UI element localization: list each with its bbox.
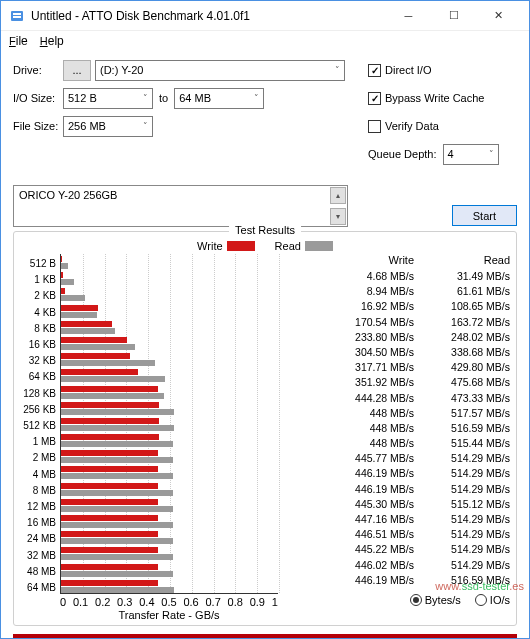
filesize-select[interactable]: 256 MB [63, 116, 153, 137]
bypass-checkbox[interactable] [368, 92, 381, 105]
drive-browse-button[interactable]: ... [63, 60, 91, 81]
qdepth-select[interactable]: 4 [443, 144, 499, 165]
app-icon [9, 8, 25, 24]
iosize-to-value: 64 MB [179, 92, 211, 104]
drive-select[interactable]: (D:) Y-20 [95, 60, 345, 81]
start-button[interactable]: Start [452, 205, 517, 226]
iosize-to-select[interactable]: 64 MB [174, 88, 264, 109]
col-read-header: Read [434, 254, 510, 266]
ios-label: IO/s [490, 594, 510, 606]
window-title: Untitled - ATTO Disk Benchmark 4.01.0f1 [31, 9, 386, 23]
drive-label: Drive: [13, 64, 63, 76]
svg-rect-2 [13, 16, 21, 18]
chart-x-axis: 00.10.20.30.40.50.60.70.80.91 [60, 596, 278, 608]
legend-read-label: Read [275, 240, 301, 252]
titlebar: Untitled - ATTO Disk Benchmark 4.01.0f1 … [1, 1, 529, 31]
iosize-from-select[interactable]: 512 B [63, 88, 153, 109]
footer-banner: ATTO Storage and Network Connectivity Ex… [13, 634, 517, 639]
svg-rect-1 [13, 13, 21, 15]
to-label: to [159, 92, 168, 104]
directio-checkbox[interactable] [368, 64, 381, 77]
filesize-label: File Size: [13, 120, 63, 132]
chart-x-label: Transfer Rate - GB/s [60, 609, 278, 621]
watermark: www.ssd-tester.es [435, 579, 524, 593]
results-title: Test Results [229, 224, 301, 236]
description-text: ORICO Y-20 256GB [19, 189, 117, 201]
qdepth-label: Queue Depth: [368, 148, 437, 160]
menu-file[interactable]: File [9, 34, 28, 48]
directio-label: Direct I/O [385, 64, 431, 76]
bypass-label: Bypass Write Cache [385, 92, 484, 104]
drive-value: (D:) Y-20 [100, 64, 143, 76]
scroll-down-icon[interactable]: ▾ [330, 208, 346, 225]
maximize-button[interactable]: ☐ [431, 1, 476, 31]
bytes-radio[interactable] [410, 594, 422, 606]
verify-checkbox[interactable] [368, 120, 381, 133]
results-table: 4.68 MB/s31.49 MB/s8.94 MB/s61.61 MB/s16… [296, 269, 510, 588]
minimize-button[interactable]: ─ [386, 1, 431, 31]
legend-read-swatch [305, 241, 333, 251]
col-write-header: Write [338, 254, 414, 266]
iosize-from-value: 512 B [68, 92, 97, 104]
description-box[interactable]: ORICO Y-20 256GB ▴▾ [13, 185, 348, 227]
legend-write-swatch [227, 241, 255, 251]
scroll-up-icon[interactable]: ▴ [330, 187, 346, 204]
verify-label: Verify Data [385, 120, 439, 132]
results-panel: Test Results Write Read 512 B1 KB2 KB4 K… [13, 231, 517, 626]
filesize-value: 256 MB [68, 120, 106, 132]
chart-y-labels: 512 B1 KB2 KB4 KB8 KB16 KB32 KB64 KB128 … [20, 254, 58, 594]
iosize-label: I/O Size: [13, 92, 63, 104]
menubar: File Help [1, 31, 529, 51]
close-button[interactable]: ✕ [476, 1, 521, 31]
ios-radio[interactable] [475, 594, 487, 606]
menu-help[interactable]: Help [40, 34, 64, 48]
qdepth-value: 4 [448, 148, 454, 160]
chart [60, 254, 278, 594]
legend-write-label: Write [197, 240, 222, 252]
bytes-label: Bytes/s [425, 594, 461, 606]
